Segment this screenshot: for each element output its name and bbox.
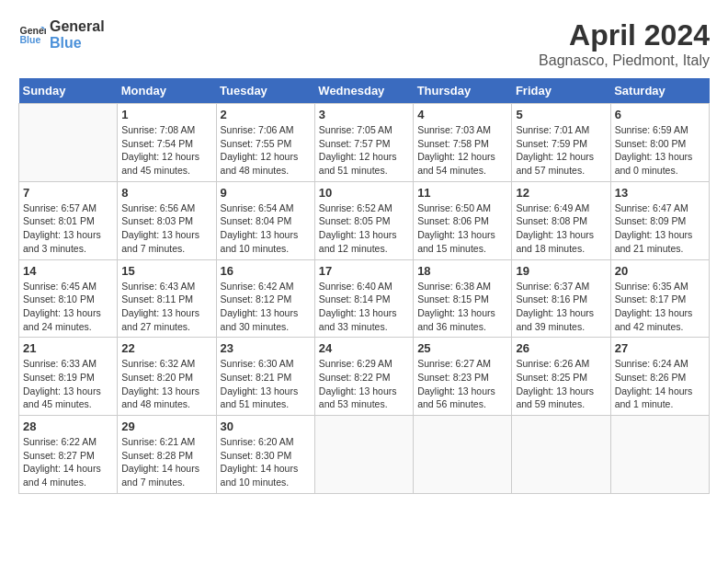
calendar-cell: 6Sunrise: 6:59 AM Sunset: 8:00 PM Daylig… [610, 104, 709, 182]
day-info: Sunrise: 6:33 AM Sunset: 8:19 PM Dayligh… [23, 357, 113, 411]
day-number: 25 [417, 341, 507, 355]
day-info: Sunrise: 6:26 AM Sunset: 8:25 PM Dayligh… [516, 357, 606, 411]
day-info: Sunrise: 6:56 AM Sunset: 8:03 PM Dayligh… [121, 201, 211, 256]
day-number: 21 [23, 341, 113, 355]
calendar-table: SundayMondayTuesdayWednesdayThursdayFrid… [18, 78, 710, 494]
calendar-cell: 20Sunrise: 6:35 AM Sunset: 8:17 PM Dayli… [610, 259, 709, 338]
day-info: Sunrise: 6:32 AM Sunset: 8:20 PM Dayligh… [121, 357, 211, 411]
day-number: 9 [221, 186, 311, 200]
logo: General Blue General Blue [18, 18, 105, 51]
calendar-cell [19, 104, 118, 182]
svg-text:Blue: Blue [20, 34, 41, 45]
day-number: 27 [615, 341, 705, 355]
day-info: Sunrise: 6:35 AM Sunset: 8:17 PM Dayligh… [615, 280, 705, 334]
calendar-cell: 28Sunrise: 6:22 AM Sunset: 8:27 PM Dayli… [19, 416, 118, 494]
day-number: 15 [121, 264, 211, 278]
calendar-cell [414, 416, 512, 494]
day-info: Sunrise: 6:54 AM Sunset: 8:04 PM Dayligh… [221, 201, 311, 256]
calendar-cell: 30Sunrise: 6:20 AM Sunset: 8:30 PM Dayli… [216, 416, 314, 494]
day-info: Sunrise: 6:43 AM Sunset: 8:11 PM Dayligh… [121, 280, 211, 334]
day-info: Sunrise: 6:49 AM Sunset: 8:08 PM Dayligh… [516, 201, 606, 256]
weekday-header-monday: Monday [118, 78, 216, 104]
day-number: 11 [417, 186, 507, 200]
main-title: April 2024 [539, 18, 710, 52]
day-number: 8 [121, 186, 211, 200]
day-number: 30 [221, 419, 311, 433]
calendar-cell: 25Sunrise: 6:27 AM Sunset: 8:23 PM Dayli… [414, 338, 512, 416]
day-info: Sunrise: 7:03 AM Sunset: 7:58 PM Dayligh… [417, 123, 507, 178]
day-info: Sunrise: 6:59 AM Sunset: 8:00 PM Dayligh… [615, 123, 705, 178]
calendar-cell: 19Sunrise: 6:37 AM Sunset: 8:16 PM Dayli… [512, 259, 610, 338]
day-info: Sunrise: 7:08 AM Sunset: 7:54 PM Dayligh… [121, 123, 211, 178]
day-number: 7 [23, 186, 113, 200]
weekday-header-friday: Friday [512, 78, 610, 104]
calendar-cell: 2Sunrise: 7:06 AM Sunset: 7:55 PM Daylig… [216, 104, 314, 182]
calendar-cell: 3Sunrise: 7:05 AM Sunset: 7:57 PM Daylig… [314, 104, 413, 182]
calendar-cell: 1Sunrise: 7:08 AM Sunset: 7:54 PM Daylig… [118, 104, 216, 182]
subtitle: Bagnasco, Piedmont, Italy [539, 52, 710, 69]
weekday-header-wednesday: Wednesday [314, 78, 413, 104]
calendar-week-4: 21Sunrise: 6:33 AM Sunset: 8:19 PM Dayli… [19, 338, 710, 416]
header: General Blue General Blue April 2024 Bag… [18, 18, 710, 69]
weekday-header-thursday: Thursday [414, 78, 512, 104]
day-info: Sunrise: 6:29 AM Sunset: 8:22 PM Dayligh… [319, 357, 409, 411]
calendar-cell: 15Sunrise: 6:43 AM Sunset: 8:11 PM Dayli… [118, 259, 216, 338]
logo-general: General [50, 18, 105, 35]
calendar-week-3: 14Sunrise: 6:45 AM Sunset: 8:10 PM Dayli… [19, 259, 710, 338]
calendar-cell: 29Sunrise: 6:21 AM Sunset: 8:28 PM Dayli… [118, 416, 216, 494]
day-info: Sunrise: 6:30 AM Sunset: 8:21 PM Dayligh… [221, 357, 311, 411]
day-info: Sunrise: 6:45 AM Sunset: 8:10 PM Dayligh… [23, 280, 113, 334]
calendar-cell: 27Sunrise: 6:24 AM Sunset: 8:26 PM Dayli… [610, 338, 709, 416]
calendar-cell: 9Sunrise: 6:54 AM Sunset: 8:04 PM Daylig… [216, 181, 314, 259]
day-number: 22 [121, 341, 211, 355]
calendar-body: 1Sunrise: 7:08 AM Sunset: 7:54 PM Daylig… [19, 104, 710, 494]
calendar-cell: 11Sunrise: 6:50 AM Sunset: 8:06 PM Dayli… [414, 181, 512, 259]
weekday-header-sunday: Sunday [19, 78, 118, 104]
logo-icon: General Blue [18, 21, 46, 49]
day-number: 13 [615, 186, 705, 200]
day-number: 6 [615, 108, 705, 121]
calendar-cell: 5Sunrise: 7:01 AM Sunset: 7:59 PM Daylig… [512, 104, 610, 182]
day-number: 24 [319, 341, 409, 355]
day-info: Sunrise: 6:22 AM Sunset: 8:27 PM Dayligh… [23, 435, 113, 489]
calendar-cell: 12Sunrise: 6:49 AM Sunset: 8:08 PM Dayli… [512, 181, 610, 259]
day-number: 26 [516, 341, 606, 355]
day-info: Sunrise: 7:06 AM Sunset: 7:55 PM Dayligh… [221, 123, 311, 178]
calendar-cell: 7Sunrise: 6:57 AM Sunset: 8:01 PM Daylig… [19, 181, 118, 259]
day-number: 17 [319, 264, 409, 278]
day-number: 14 [23, 264, 113, 278]
calendar-cell: 21Sunrise: 6:33 AM Sunset: 8:19 PM Dayli… [19, 338, 118, 416]
calendar-week-1: 1Sunrise: 7:08 AM Sunset: 7:54 PM Daylig… [19, 104, 710, 182]
day-info: Sunrise: 7:05 AM Sunset: 7:57 PM Dayligh… [319, 123, 409, 178]
weekday-header-row: SundayMondayTuesdayWednesdayThursdayFrid… [19, 78, 710, 104]
day-number: 1 [121, 108, 211, 121]
calendar-cell: 8Sunrise: 6:56 AM Sunset: 8:03 PM Daylig… [118, 181, 216, 259]
calendar-cell: 14Sunrise: 6:45 AM Sunset: 8:10 PM Dayli… [19, 259, 118, 338]
day-number: 10 [319, 186, 409, 200]
day-info: Sunrise: 7:01 AM Sunset: 7:59 PM Dayligh… [516, 123, 606, 178]
day-number: 20 [615, 264, 705, 278]
calendar-cell: 26Sunrise: 6:26 AM Sunset: 8:25 PM Dayli… [512, 338, 610, 416]
calendar-cell: 18Sunrise: 6:38 AM Sunset: 8:15 PM Dayli… [414, 259, 512, 338]
day-number: 19 [516, 264, 606, 278]
calendar-cell: 10Sunrise: 6:52 AM Sunset: 8:05 PM Dayli… [314, 181, 413, 259]
day-number: 29 [121, 419, 211, 433]
day-info: Sunrise: 6:37 AM Sunset: 8:16 PM Dayligh… [516, 280, 606, 334]
logo-blue: Blue [50, 35, 105, 52]
title-area: April 2024 Bagnasco, Piedmont, Italy [539, 18, 710, 69]
weekday-header-tuesday: Tuesday [216, 78, 314, 104]
calendar-cell [314, 416, 413, 494]
calendar-cell: 13Sunrise: 6:47 AM Sunset: 8:09 PM Dayli… [610, 181, 709, 259]
day-number: 16 [221, 264, 311, 278]
day-info: Sunrise: 6:57 AM Sunset: 8:01 PM Dayligh… [23, 201, 113, 256]
day-info: Sunrise: 6:38 AM Sunset: 8:15 PM Dayligh… [417, 280, 507, 334]
day-number: 4 [417, 108, 507, 121]
calendar-cell: 4Sunrise: 7:03 AM Sunset: 7:58 PM Daylig… [414, 104, 512, 182]
calendar-header: SundayMondayTuesdayWednesdayThursdayFrid… [19, 78, 710, 104]
day-info: Sunrise: 6:52 AM Sunset: 8:05 PM Dayligh… [319, 201, 409, 256]
day-info: Sunrise: 6:21 AM Sunset: 8:28 PM Dayligh… [121, 435, 211, 489]
calendar-cell: 16Sunrise: 6:42 AM Sunset: 8:12 PM Dayli… [216, 259, 314, 338]
day-info: Sunrise: 6:42 AM Sunset: 8:12 PM Dayligh… [221, 280, 311, 334]
day-info: Sunrise: 6:47 AM Sunset: 8:09 PM Dayligh… [615, 201, 705, 256]
day-info: Sunrise: 6:20 AM Sunset: 8:30 PM Dayligh… [221, 435, 311, 489]
